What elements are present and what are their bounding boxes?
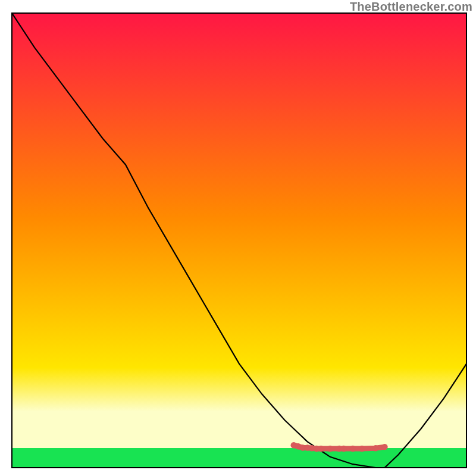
marker-dot bbox=[318, 446, 324, 452]
attribution-text: TheBottlenecker.com bbox=[350, 0, 472, 14]
bottleneck-chart bbox=[0, 0, 476, 476]
marker-dot bbox=[327, 446, 333, 452]
marker-dot bbox=[359, 446, 365, 452]
gradient-background bbox=[12, 13, 466, 468]
marker-dot bbox=[350, 446, 356, 452]
marker-dot bbox=[341, 446, 347, 452]
marker-dot bbox=[381, 444, 387, 450]
marker-dot bbox=[372, 445, 378, 451]
chart-container: TheBottlenecker.com bbox=[0, 0, 476, 476]
